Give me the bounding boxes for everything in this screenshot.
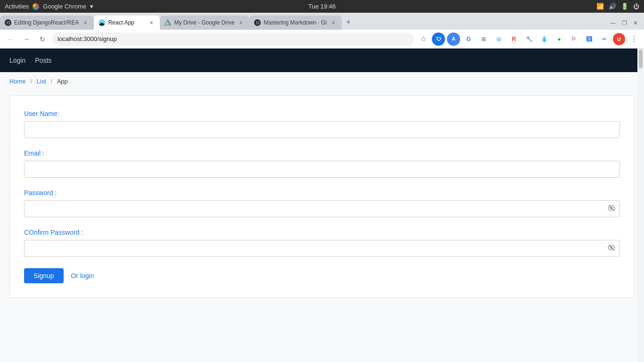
tab-close-1[interactable]: ✕	[82, 19, 89, 26]
nav-login-link[interactable]: Login	[9, 55, 25, 66]
tab-title-4: Mastering Markdown · Gi	[264, 19, 326, 26]
forward-button[interactable]: →	[20, 33, 33, 46]
os-bar: Activities Google Chrome ▾ Tue 19:46 📶 🔊…	[0, 0, 644, 13]
navbar: Login Posts	[0, 49, 644, 72]
tab-title-2: React App	[108, 19, 145, 26]
ext-grid[interactable]: ⊞	[477, 33, 490, 46]
breadcrumb: Home / List / App	[0, 72, 644, 90]
ext-blue[interactable]: 🅱	[583, 33, 596, 46]
reload-button[interactable]: ↻	[36, 33, 49, 46]
bookmark-button[interactable]: ☆	[417, 33, 430, 46]
email-input[interactable]	[24, 161, 620, 178]
breadcrumb-home[interactable]: Home	[9, 78, 26, 85]
menu-button[interactable]: ⋮	[627, 33, 640, 46]
chrome-window: ⬡ Editing DjangoReact/REA ✕ React App ✕ …	[0, 13, 644, 362]
password-group: Password :	[24, 189, 620, 217]
github-favicon-1: ⬡	[5, 19, 11, 26]
confirm-password-input[interactable]	[24, 240, 620, 257]
os-clock: Tue 19:46	[308, 3, 336, 10]
tab-close-3[interactable]: ✕	[237, 19, 245, 26]
new-tab-button[interactable]: +	[342, 16, 355, 29]
signup-button[interactable]: Signup	[24, 268, 64, 283]
confirm-password-group: COnfirm Password :	[24, 229, 620, 257]
tab-react-app[interactable]: React App ✕	[94, 16, 160, 30]
tab-bar: ⬡ Editing DjangoReact/REA ✕ React App ✕ …	[0, 13, 644, 30]
breadcrumb-current: App	[57, 78, 68, 85]
activities-label[interactable]: Activities	[5, 3, 29, 10]
wifi-icon: 📶	[596, 3, 604, 10]
confirm-password-label: COnfirm Password :	[24, 229, 620, 236]
tab-title-1: Editing DjangoReact/REA	[14, 19, 79, 26]
address-bar: ← → ↻ localhost:3000/signup ☆ 🛡 A G ⊞ ◎ …	[0, 30, 644, 49]
github-favicon-4: ⬡	[254, 19, 261, 26]
ext-tool[interactable]: 🔧	[522, 33, 536, 46]
username-input-wrapper	[24, 121, 620, 138]
signup-form-card: User Name: Email : Password :	[9, 95, 635, 298]
drive-favicon	[165, 19, 171, 26]
password-label: Password :	[24, 189, 620, 197]
breadcrumb-sep-1: /	[30, 78, 32, 85]
tab-close-4[interactable]: ✕	[330, 19, 337, 26]
scrollbar[interactable]	[637, 49, 644, 362]
email-label: Email :	[24, 149, 620, 157]
battery-icon: 🔋	[621, 3, 628, 10]
username-group: User Name:	[24, 110, 620, 138]
username-label: User Name:	[24, 110, 620, 117]
power-icon: ⏻	[633, 3, 639, 10]
tab-editing-djangoreact[interactable]: ⬡ Editing DjangoReact/REA ✕	[0, 16, 94, 30]
ext-green[interactable]: ●	[553, 33, 566, 46]
react-favicon	[99, 19, 105, 26]
tab-mastering-markdown[interactable]: ⬡ Mastering Markdown · Gi ✕	[249, 16, 341, 30]
confirm-password-toggle-icon[interactable]	[608, 244, 615, 253]
page-content: Login Posts Home / List / App User Name:…	[0, 49, 644, 362]
ext-drop[interactable]: 💧	[537, 33, 551, 46]
email-input-wrapper	[24, 161, 620, 178]
back-button[interactable]: ←	[4, 33, 17, 46]
ext-r[interactable]: R	[507, 33, 520, 46]
chrome-os-icon	[33, 3, 39, 10]
url-bar[interactable]: localhost:3000/signup	[52, 33, 414, 46]
username-input[interactable]	[24, 121, 620, 138]
password-input[interactable]	[24, 200, 620, 217]
restore-button[interactable]: ❐	[619, 18, 629, 28]
tab-google-drive[interactable]: My Drive - Google Drive ✕	[160, 16, 249, 30]
profile-avatar[interactable]: U	[613, 33, 625, 45]
nav-posts-link[interactable]: Posts	[35, 55, 51, 66]
ext-g[interactable]: G	[462, 33, 475, 46]
email-group: Email :	[24, 149, 620, 178]
breadcrumb-sep-2: /	[50, 78, 52, 85]
ext-shield[interactable]: 🛡	[432, 33, 445, 46]
close-window-button[interactable]: ✕	[631, 18, 640, 28]
or-login-link[interactable]: Or login	[71, 272, 94, 280]
toolbar-icons: ☆ 🛡 A G ⊞ ◎ R 🔧 💧 ● 🏳 🅱 ✏ U ⋮	[417, 33, 640, 46]
volume-icon: 🔊	[609, 3, 616, 10]
minimize-button[interactable]: —	[608, 18, 618, 28]
ext-pen[interactable]: ✏	[598, 33, 611, 46]
os-dropdown-icon[interactable]: ▾	[90, 3, 93, 10]
ext-a[interactable]: A	[447, 33, 460, 46]
form-actions: Signup Or login	[24, 268, 620, 283]
confirm-password-input-wrapper	[24, 240, 620, 257]
ext-circle[interactable]: ◎	[492, 33, 505, 46]
breadcrumb-list[interactable]: List	[37, 78, 46, 85]
os-app-name: Google Chrome	[43, 3, 86, 10]
url-text: localhost:3000/signup	[58, 35, 117, 42]
tab-close-2[interactable]: ✕	[148, 19, 155, 26]
ext-purple[interactable]: 🏳	[568, 33, 581, 46]
password-toggle-icon[interactable]	[608, 205, 615, 214]
scrollbar-thumb[interactable]	[639, 49, 643, 68]
password-input-wrapper	[24, 200, 620, 217]
tab-title-3: My Drive - Google Drive	[174, 19, 234, 26]
